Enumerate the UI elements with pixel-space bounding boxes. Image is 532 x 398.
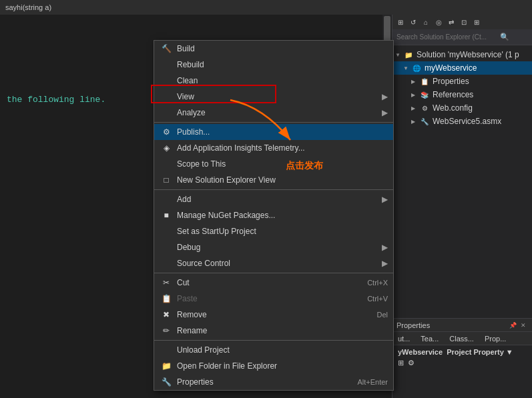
se-expand-webservice: ▶ — [411, 119, 419, 125]
bottom-panel: Properties 📌 ✕ ut... Tea... Class... Pro… — [392, 318, 532, 398]
menu-arrow-analyze: ▶ — [382, 108, 388, 117]
menu-item-publish[interactable]: ⚙Publish... — [154, 124, 393, 140]
menu-item-rename[interactable]: ✏Rename — [154, 323, 393, 339]
se-toolbar-btn-4[interactable]: ◎ — [433, 17, 444, 27]
dock-close-btn[interactable]: ✕ — [519, 321, 528, 330]
menu-item-new-se-view[interactable]: □New Solution Explorer View — [154, 172, 393, 188]
se-label-references: References — [433, 90, 473, 99]
menu-arrow-view: ▶ — [382, 92, 388, 101]
menu-label-scope: Scope to This — [177, 159, 226, 169]
menu-item-add[interactable]: Add▶ — [154, 191, 393, 207]
menu-label-nuget: Manage NuGet Packages... — [177, 211, 275, 220]
context-menu: 🔨BuildRebuildCleanView▶Analyze▶⚙Publish.… — [154, 40, 394, 391]
menu-item-nuget[interactable]: ■Manage NuGet Packages... — [154, 207, 393, 223]
se-search-input[interactable] — [396, 33, 500, 41]
menu-icon-cut: ✂ — [160, 278, 173, 287]
menu-icon-new-se-view: □ — [160, 175, 173, 185]
menu-label-open-folder: Open Folder in File Explorer — [177, 361, 277, 371]
menu-item-open-folder[interactable]: 📁Open Folder in File Explorer — [154, 358, 393, 374]
dock-pin-btn[interactable]: 📌 — [508, 321, 517, 330]
se-toolbar-btn-7[interactable]: ⊞ — [471, 17, 482, 27]
tab-class[interactable]: Class... — [444, 332, 479, 345]
se-label-webservice: WebService5.asmx — [433, 117, 501, 126]
menu-label-cut: Cut — [177, 278, 190, 287]
menu-icon-properties: 🔧 — [160, 377, 173, 387]
se-item-properties[interactable]: ▶📋Properties — [392, 75, 532, 88]
menu-label-analyze: Analyze — [177, 108, 206, 117]
scrollbar-thumb[interactable] — [384, 16, 390, 43]
menu-label-remove: Remove — [177, 310, 207, 319]
se-icon-properties: 📋 — [419, 76, 430, 87]
menu-label-add: Add — [177, 195, 191, 204]
menu-item-cut[interactable]: ✂CutCtrl+X — [154, 275, 393, 291]
menu-item-unload[interactable]: Unload Project — [154, 342, 393, 358]
se-toolbar-btn-3[interactable]: ⌂ — [421, 17, 431, 27]
menu-arrow-debug: ▶ — [382, 243, 388, 252]
prop-icon-2[interactable]: ⚙ — [408, 359, 415, 367]
menu-label-rebuild: Rebuild — [177, 60, 204, 69]
menu-item-app-insights[interactable]: ◈Add Application Insights Telemetry... — [154, 140, 393, 156]
se-item-solution[interactable]: ▼📁Solution 'myWebservice' (1 p — [392, 48, 532, 61]
menu-icon-nuget: ■ — [160, 211, 173, 220]
menu-item-analyze[interactable]: Analyze▶ — [154, 105, 393, 121]
code-line: the following line. — [7, 95, 105, 105]
menu-shortcut-paste: Ctrl+V — [367, 295, 388, 303]
dock-buttons: 📌 ✕ — [508, 321, 528, 330]
menu-separator-analyze — [154, 122, 393, 123]
prop-toolbar: ⊞ ⚙ — [398, 359, 527, 367]
menu-icon-remove: ✖ — [160, 310, 173, 319]
menu-label-startup: Set as StartUp Project — [177, 227, 256, 236]
se-expand-references: ▶ — [411, 92, 419, 98]
se-search-bar[interactable]: 🔍 — [392, 29, 532, 45]
menu-arrow-add: ▶ — [382, 195, 388, 204]
menu-item-source-control[interactable]: Source Control▶ — [154, 255, 393, 271]
se-toolbar-btn-6[interactable]: ⊡ — [459, 17, 469, 27]
menu-item-view[interactable]: View▶ — [154, 89, 393, 105]
se-icon-references: 📚 — [419, 89, 430, 100]
tab-prop[interactable]: Prop... — [479, 332, 511, 345]
menu-item-startup[interactable]: Set as StartUp Project — [154, 223, 393, 239]
menu-icon-app-insights: ◈ — [160, 143, 173, 153]
prop-icon-1[interactable]: ⊞ — [398, 359, 404, 367]
menu-icon-paste: 📋 — [160, 294, 173, 303]
menu-item-scope[interactable]: Scope to This — [154, 156, 393, 172]
menu-separator-rename — [154, 340, 393, 341]
se-label-webconfig: Web.config — [433, 103, 473, 113]
menu-label-build: Build — [177, 44, 195, 53]
menu-icon-build: 🔨 — [160, 44, 173, 53]
menu-item-remove[interactable]: ✖RemoveDel — [154, 307, 393, 323]
menu-separator-source-control — [154, 273, 393, 273]
tab-ut[interactable]: ut... — [392, 332, 415, 345]
tab-tea[interactable]: Tea... — [415, 332, 444, 345]
properties-content: yWebservice Project Property ▼ ⊞ ⚙ — [392, 345, 532, 370]
menu-icon-publish: ⚙ — [160, 127, 173, 137]
menu-label-view: View — [177, 92, 194, 101]
menu-item-debug[interactable]: Debug▶ — [154, 239, 393, 255]
dock-header: Properties 📌 ✕ — [392, 319, 532, 332]
se-item-webservice[interactable]: ▶🔧WebService5.asmx — [392, 115, 532, 128]
se-toolbar-btn-2[interactable]: ↺ — [408, 17, 419, 27]
menu-item-rebuild[interactable]: Rebuild — [154, 57, 393, 73]
menu-label-paste: Paste — [177, 294, 198, 303]
menu-icon-open-folder: 📁 — [160, 361, 173, 371]
menu-label-debug: Debug — [177, 243, 200, 252]
title-bar: sayhi(string a) — [0, 0, 532, 15]
se-icon-webconfig: ⚙ — [419, 103, 430, 113]
se-item-webconfig[interactable]: ▶⚙Web.config — [392, 101, 532, 115]
menu-label-publish: Publish... — [177, 127, 210, 137]
menu-arrow-source-control: ▶ — [382, 259, 388, 268]
se-item-project[interactable]: ▼🌐myWebservice — [392, 61, 532, 75]
menu-item-clean[interactable]: Clean — [154, 73, 393, 89]
menu-item-build[interactable]: 🔨Build — [154, 41, 393, 57]
se-toolbar-btn-5[interactable]: ⇄ — [446, 17, 457, 27]
se-toolbar-btn-1[interactable]: ⊞ — [395, 17, 406, 27]
menu-shortcut-properties: Alt+Enter — [357, 378, 388, 386]
title-text: sayhi(string a) — [5, 3, 51, 11]
menu-icon-rename: ✏ — [160, 326, 173, 335]
dock-title: Properties — [396, 321, 508, 329]
menu-item-paste[interactable]: 📋PasteCtrl+V — [154, 291, 393, 307]
se-item-references[interactable]: ▶📚References — [392, 88, 532, 101]
menu-label-clean: Clean — [177, 76, 198, 85]
menu-item-properties[interactable]: 🔧PropertiesAlt+Enter — [154, 374, 393, 390]
se-toolbar: ⊞ ↺ ⌂ ◎ ⇄ ⊡ ⊞ — [392, 15, 532, 29]
